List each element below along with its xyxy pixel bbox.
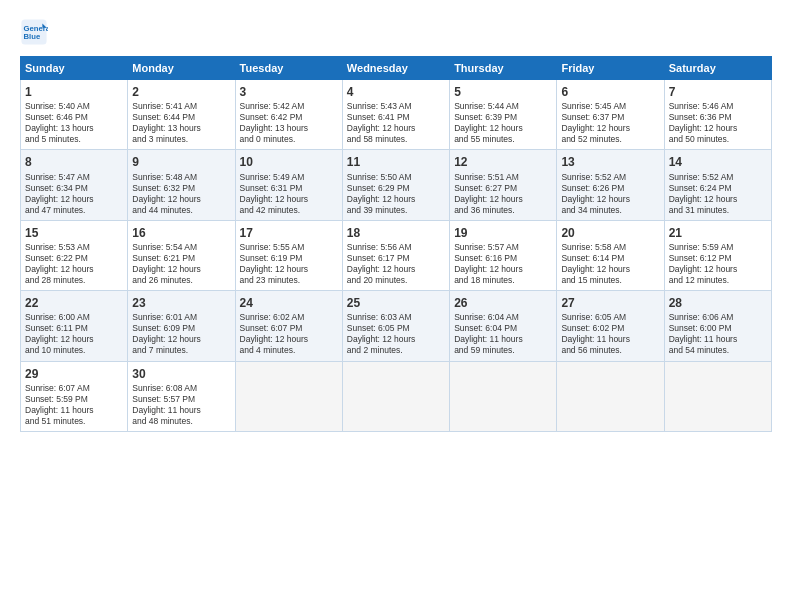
calendar-cell: 9Sunrise: 5:48 AMSunset: 6:32 PMDaylight… (128, 150, 235, 220)
svg-text:Blue: Blue (24, 32, 41, 41)
calendar-cell: 30Sunrise: 6:08 AMSunset: 5:57 PMDayligh… (128, 361, 235, 431)
day-number: 16 (132, 225, 230, 241)
day-number: 23 (132, 295, 230, 311)
day-number: 5 (454, 84, 552, 100)
day-number: 26 (454, 295, 552, 311)
day-details: Sunrise: 5:52 AMSunset: 6:24 PMDaylight:… (669, 172, 767, 216)
day-details: Sunrise: 5:54 AMSunset: 6:21 PMDaylight:… (132, 242, 230, 286)
day-details: Sunrise: 5:57 AMSunset: 6:16 PMDaylight:… (454, 242, 552, 286)
calendar-week-3: 15Sunrise: 5:53 AMSunset: 6:22 PMDayligh… (21, 220, 772, 290)
day-number: 8 (25, 154, 123, 170)
day-number: 21 (669, 225, 767, 241)
day-number: 24 (240, 295, 338, 311)
day-details: Sunrise: 5:59 AMSunset: 6:12 PMDaylight:… (669, 242, 767, 286)
header-day-thursday: Thursday (450, 57, 557, 80)
day-number: 9 (132, 154, 230, 170)
calendar-cell: 16Sunrise: 5:54 AMSunset: 6:21 PMDayligh… (128, 220, 235, 290)
calendar-cell: 11Sunrise: 5:50 AMSunset: 6:29 PMDayligh… (342, 150, 449, 220)
calendar-cell: 21Sunrise: 5:59 AMSunset: 6:12 PMDayligh… (664, 220, 771, 290)
day-number: 13 (561, 154, 659, 170)
calendar-cell: 24Sunrise: 6:02 AMSunset: 6:07 PMDayligh… (235, 291, 342, 361)
day-details: Sunrise: 5:40 AMSunset: 6:46 PMDaylight:… (25, 101, 123, 145)
day-details: Sunrise: 5:50 AMSunset: 6:29 PMDaylight:… (347, 172, 445, 216)
day-details: Sunrise: 5:58 AMSunset: 6:14 PMDaylight:… (561, 242, 659, 286)
header-day-monday: Monday (128, 57, 235, 80)
day-number: 29 (25, 366, 123, 382)
day-details: Sunrise: 5:41 AMSunset: 6:44 PMDaylight:… (132, 101, 230, 145)
calendar-cell: 3Sunrise: 5:42 AMSunset: 6:42 PMDaylight… (235, 80, 342, 150)
calendar-cell: 19Sunrise: 5:57 AMSunset: 6:16 PMDayligh… (450, 220, 557, 290)
calendar-cell: 5Sunrise: 5:44 AMSunset: 6:39 PMDaylight… (450, 80, 557, 150)
day-details: Sunrise: 6:00 AMSunset: 6:11 PMDaylight:… (25, 312, 123, 356)
day-details: Sunrise: 5:42 AMSunset: 6:42 PMDaylight:… (240, 101, 338, 145)
calendar-cell: 28Sunrise: 6:06 AMSunset: 6:00 PMDayligh… (664, 291, 771, 361)
calendar-cell: 10Sunrise: 5:49 AMSunset: 6:31 PMDayligh… (235, 150, 342, 220)
calendar-cell: 27Sunrise: 6:05 AMSunset: 6:02 PMDayligh… (557, 291, 664, 361)
calendar-cell: 8Sunrise: 5:47 AMSunset: 6:34 PMDaylight… (21, 150, 128, 220)
day-number: 27 (561, 295, 659, 311)
day-details: Sunrise: 5:48 AMSunset: 6:32 PMDaylight:… (132, 172, 230, 216)
day-number: 20 (561, 225, 659, 241)
day-details: Sunrise: 6:05 AMSunset: 6:02 PMDaylight:… (561, 312, 659, 356)
day-details: Sunrise: 5:56 AMSunset: 6:17 PMDaylight:… (347, 242, 445, 286)
day-details: Sunrise: 6:06 AMSunset: 6:00 PMDaylight:… (669, 312, 767, 356)
day-details: Sunrise: 5:47 AMSunset: 6:34 PMDaylight:… (25, 172, 123, 216)
day-number: 14 (669, 154, 767, 170)
calendar-cell: 7Sunrise: 5:46 AMSunset: 6:36 PMDaylight… (664, 80, 771, 150)
day-number: 11 (347, 154, 445, 170)
day-details: Sunrise: 6:08 AMSunset: 5:57 PMDaylight:… (132, 383, 230, 427)
day-details: Sunrise: 5:55 AMSunset: 6:19 PMDaylight:… (240, 242, 338, 286)
calendar-week-4: 22Sunrise: 6:00 AMSunset: 6:11 PMDayligh… (21, 291, 772, 361)
day-details: Sunrise: 5:46 AMSunset: 6:36 PMDaylight:… (669, 101, 767, 145)
calendar-week-2: 8Sunrise: 5:47 AMSunset: 6:34 PMDaylight… (21, 150, 772, 220)
day-number: 3 (240, 84, 338, 100)
calendar-cell (557, 361, 664, 431)
day-number: 15 (25, 225, 123, 241)
day-details: Sunrise: 5:49 AMSunset: 6:31 PMDaylight:… (240, 172, 338, 216)
calendar-cell: 22Sunrise: 6:00 AMSunset: 6:11 PMDayligh… (21, 291, 128, 361)
day-number: 18 (347, 225, 445, 241)
day-details: Sunrise: 6:07 AMSunset: 5:59 PMDaylight:… (25, 383, 123, 427)
day-details: Sunrise: 5:53 AMSunset: 6:22 PMDaylight:… (25, 242, 123, 286)
calendar-cell (235, 361, 342, 431)
header-day-wednesday: Wednesday (342, 57, 449, 80)
day-number: 7 (669, 84, 767, 100)
calendar-cell: 17Sunrise: 5:55 AMSunset: 6:19 PMDayligh… (235, 220, 342, 290)
calendar-cell: 1Sunrise: 5:40 AMSunset: 6:46 PMDaylight… (21, 80, 128, 150)
logo: General Blue (20, 18, 52, 46)
calendar-cell: 2Sunrise: 5:41 AMSunset: 6:44 PMDaylight… (128, 80, 235, 150)
calendar-cell: 15Sunrise: 5:53 AMSunset: 6:22 PMDayligh… (21, 220, 128, 290)
calendar-cell: 6Sunrise: 5:45 AMSunset: 6:37 PMDaylight… (557, 80, 664, 150)
calendar-week-1: 1Sunrise: 5:40 AMSunset: 6:46 PMDaylight… (21, 80, 772, 150)
day-number: 6 (561, 84, 659, 100)
calendar-cell: 25Sunrise: 6:03 AMSunset: 6:05 PMDayligh… (342, 291, 449, 361)
day-details: Sunrise: 5:44 AMSunset: 6:39 PMDaylight:… (454, 101, 552, 145)
calendar-table: SundayMondayTuesdayWednesdayThursdayFrid… (20, 56, 772, 432)
day-number: 1 (25, 84, 123, 100)
calendar-cell: 13Sunrise: 5:52 AMSunset: 6:26 PMDayligh… (557, 150, 664, 220)
calendar-cell: 14Sunrise: 5:52 AMSunset: 6:24 PMDayligh… (664, 150, 771, 220)
day-details: Sunrise: 5:43 AMSunset: 6:41 PMDaylight:… (347, 101, 445, 145)
day-number: 22 (25, 295, 123, 311)
calendar-cell (342, 361, 449, 431)
day-details: Sunrise: 6:04 AMSunset: 6:04 PMDaylight:… (454, 312, 552, 356)
day-number: 12 (454, 154, 552, 170)
calendar-week-5: 29Sunrise: 6:07 AMSunset: 5:59 PMDayligh… (21, 361, 772, 431)
day-number: 17 (240, 225, 338, 241)
calendar-cell: 23Sunrise: 6:01 AMSunset: 6:09 PMDayligh… (128, 291, 235, 361)
day-details: Sunrise: 5:45 AMSunset: 6:37 PMDaylight:… (561, 101, 659, 145)
calendar-cell: 18Sunrise: 5:56 AMSunset: 6:17 PMDayligh… (342, 220, 449, 290)
calendar-cell (664, 361, 771, 431)
calendar-cell: 26Sunrise: 6:04 AMSunset: 6:04 PMDayligh… (450, 291, 557, 361)
calendar-cell: 12Sunrise: 5:51 AMSunset: 6:27 PMDayligh… (450, 150, 557, 220)
day-number: 25 (347, 295, 445, 311)
day-number: 28 (669, 295, 767, 311)
day-details: Sunrise: 5:51 AMSunset: 6:27 PMDaylight:… (454, 172, 552, 216)
calendar-cell (450, 361, 557, 431)
day-number: 4 (347, 84, 445, 100)
header-day-friday: Friday (557, 57, 664, 80)
day-details: Sunrise: 6:03 AMSunset: 6:05 PMDaylight:… (347, 312, 445, 356)
day-details: Sunrise: 5:52 AMSunset: 6:26 PMDaylight:… (561, 172, 659, 216)
svg-text:General: General (24, 24, 49, 33)
day-number: 10 (240, 154, 338, 170)
